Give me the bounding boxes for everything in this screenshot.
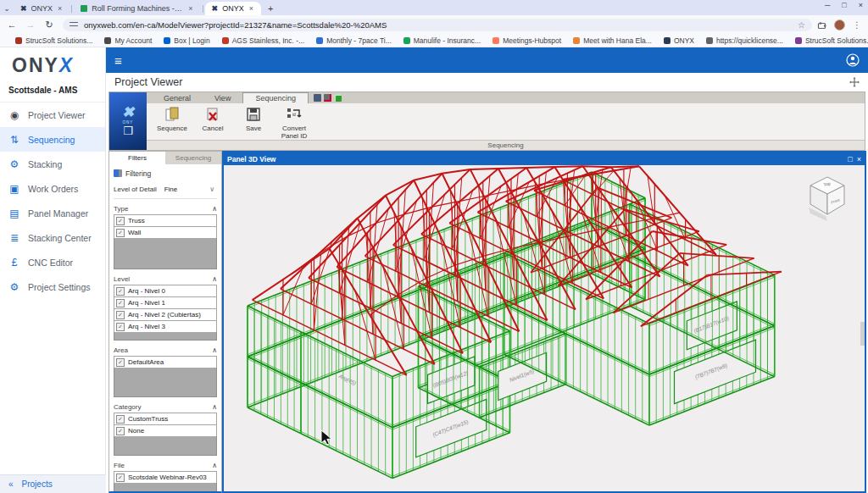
cancel-button[interactable]: Cancel	[194, 106, 231, 132]
checkbox-checked[interactable]	[116, 474, 125, 482]
scrollbar-thumb[interactable]	[860, 322, 865, 346]
sidebar-item-panel-manager[interactable]: ▤Panel Manager	[0, 201, 105, 225]
model-3d-viewport[interactable]: (C47)C47(w15)(7B7)7B7(w9)(B05)B05(w12)(B…	[224, 165, 865, 491]
app-sidebar: ONYX Scottsdale - AMS ◉Project Viewer ⇅S…	[0, 47, 106, 493]
tab-search-icon[interactable]: ⌄	[0, 2, 14, 15]
sidebar-item-work-orders[interactable]: ▣Work Orders	[0, 176, 105, 201]
bookmark-item[interactable]: StrucSoft Solutions...	[15, 36, 92, 45]
new-tab-button[interactable]: +	[268, 3, 273, 14]
user-avatar-icon[interactable]	[846, 53, 860, 67]
bookmark-item[interactable]: Meet with Hana Ela...	[573, 36, 652, 45]
checkbox-checked[interactable]	[116, 217, 125, 225]
bookmark-item[interactable]: My Account	[104, 36, 152, 45]
sidebar-item-project-viewer[interactable]: ◉Project Viewer	[0, 102, 105, 127]
close-tab-icon[interactable]: ×	[57, 4, 63, 13]
checkbox-checked[interactable]	[116, 229, 125, 237]
extensions-puzzle-icon[interactable]	[817, 20, 826, 30]
quick-export-icon[interactable]	[334, 94, 342, 102]
collapse-section-icon[interactable]: ∧	[212, 462, 217, 469]
save-button[interactable]: Save	[235, 106, 272, 132]
minimize-button[interactable]: ─	[825, 1, 830, 9]
filter-item-nivel2[interactable]: Arq - Nivel 2 (Cubiertas)	[114, 308, 217, 320]
sequence-button[interactable]: Sequence	[153, 106, 191, 132]
level-of-detail-row: Level of Detail Fine∨	[114, 180, 217, 199]
move-handle-icon[interactable]	[849, 77, 860, 87]
filter-item-none[interactable]: None	[114, 424, 217, 436]
close-window-button[interactable]: ×	[859, 1, 863, 9]
checkbox-checked[interactable]	[116, 358, 125, 367]
checkbox-checked[interactable]	[116, 311, 125, 319]
checkbox-checked[interactable]	[116, 287, 125, 296]
forward-button[interactable]: →	[24, 19, 37, 30]
bookmark-item[interactable]: Meetings-Hubspot	[492, 36, 561, 45]
quick-save-as-icon[interactable]	[324, 94, 331, 102]
bookmark-item[interactable]: StrucSoft Solutions...	[795, 36, 868, 45]
browser-tab-onyx-1[interactable]: ✖ ONYX ×	[14, 2, 70, 15]
ribbon-tab-view[interactable]: View	[203, 93, 242, 103]
ribbon-tab-sequencing[interactable]: Sequencing	[242, 92, 309, 103]
browser-tab-onyx-active[interactable]: ✖ ONYX ×	[205, 2, 261, 15]
cancel-icon	[204, 106, 221, 123]
level-of-detail-dropdown[interactable]: Fine∨	[162, 186, 217, 193]
bookmark-item[interactable]: https://quicklicense...	[706, 36, 783, 45]
bookmark-item[interactable]: AGS Stainless, Inc. -...	[222, 36, 305, 45]
svg-text:id: id	[292, 112, 296, 117]
page-header: Project Viewer	[106, 73, 868, 91]
tab-divider	[203, 5, 203, 13]
reload-button[interactable]: ↻	[42, 19, 56, 30]
tab-sequencing-dock[interactable]: Sequencing	[165, 152, 221, 164]
bookmarks-bar: StrucSoft Solutions... My Account Box | …	[0, 34, 868, 47]
sidebar-item-stacking-center[interactable]: ≣Stacking Center	[0, 225, 105, 250]
checkbox-checked[interactable]	[116, 299, 125, 307]
collapse-section-icon[interactable]: ∧	[212, 275, 217, 283]
panel-maximize-icon[interactable]: □	[848, 155, 852, 163]
collapse-section-icon[interactable]: ∧	[212, 205, 217, 213]
filter-item-truss[interactable]: Truss	[114, 214, 217, 226]
close-tab-icon[interactable]: ×	[187, 4, 193, 13]
address-bar[interactable]: onyxweb.com/en-ca/ModelViewer?projectId=…	[63, 19, 812, 31]
filter-item-nivel0[interactable]: Arq - Nivel 0	[114, 285, 217, 296]
checkbox-checked[interactable]	[116, 323, 125, 331]
hamburger-menu-icon[interactable]: ≡	[114, 53, 122, 68]
sidebar-item-cnc-editor[interactable]: £CNC Editor	[0, 250, 105, 274]
filter-item-defaultarea[interactable]: DefaultArea	[114, 356, 217, 368]
bookmark-item[interactable]: Manulife - Insuranc...	[403, 36, 481, 45]
tab-filters[interactable]: Filters	[109, 152, 165, 164]
panel-manager-icon: ▤	[8, 208, 20, 219]
filter-item-nivel3[interactable]: Arq - Nivel 3	[114, 320, 217, 332]
maximize-button[interactable]: □	[842, 1, 846, 9]
projects-back-button[interactable]: «Projects	[0, 474, 106, 493]
convert-panel-id-button[interactable]: id Convert Panel ID	[275, 106, 313, 140]
collapse-section-icon[interactable]: ∧	[212, 346, 217, 354]
checkbox-checked[interactable]	[116, 427, 125, 435]
filter-item-customtruss[interactable]: CustomTruss	[114, 413, 217, 424]
panel-3d-view-window: Panel 3D View □ × (C47)C47(w15)(7B7)7B7(…	[222, 151, 866, 493]
filter-section-file: File∧ Scotsdale Webinar-Rev03	[114, 460, 217, 492]
bookmark-item[interactable]: Box | Login	[164, 36, 209, 45]
filter-item-nivel1[interactable]: Arq - Nivel 1	[114, 296, 217, 308]
bookmark-item[interactable]: Monthly - 7pace Ti...	[316, 36, 392, 45]
filter-item-file[interactable]: Scotsdale Webinar-Rev03	[114, 471, 217, 483]
sidebar-item-stacking[interactable]: ⚙Stacking	[0, 152, 105, 176]
back-button[interactable]: ←	[5, 19, 19, 30]
sidebar-item-sequencing[interactable]: ⇅Sequencing	[0, 127, 105, 152]
filter-item-wall[interactable]: Wall	[114, 226, 217, 238]
filter-section-type: Type∧ Truss Wall	[114, 203, 217, 269]
panel-3d-title-bar[interactable]: Panel 3D View □ ×	[224, 152, 865, 165]
ribbon-tab-general[interactable]: General	[152, 93, 203, 103]
checkbox-checked[interactable]	[116, 415, 125, 424]
view-cube[interactable]: Top Front	[802, 174, 854, 223]
profile-avatar[interactable]	[834, 19, 845, 30]
browser-menu-icon[interactable]: ⋮	[853, 20, 861, 30]
bookmark-item[interactable]: ONYX	[664, 36, 694, 45]
browser-tab-rollforming[interactable]: Roll Forming Machines - Scott... ×	[74, 2, 200, 15]
collapse-section-icon[interactable]: ∧	[212, 403, 217, 411]
close-tab-icon[interactable]: ×	[248, 4, 254, 13]
filter-section-area: Area∧ DefaultArea	[114, 345, 217, 397]
save-icon	[245, 106, 262, 123]
panel-close-icon[interactable]: ×	[857, 155, 861, 163]
site-settings-icon[interactable]	[70, 21, 78, 28]
bookmark-star-icon[interactable]: ☆	[798, 20, 805, 30]
quick-save-icon[interactable]	[314, 94, 321, 102]
sidebar-item-project-settings[interactable]: ⚙Project Settings	[0, 274, 105, 299]
